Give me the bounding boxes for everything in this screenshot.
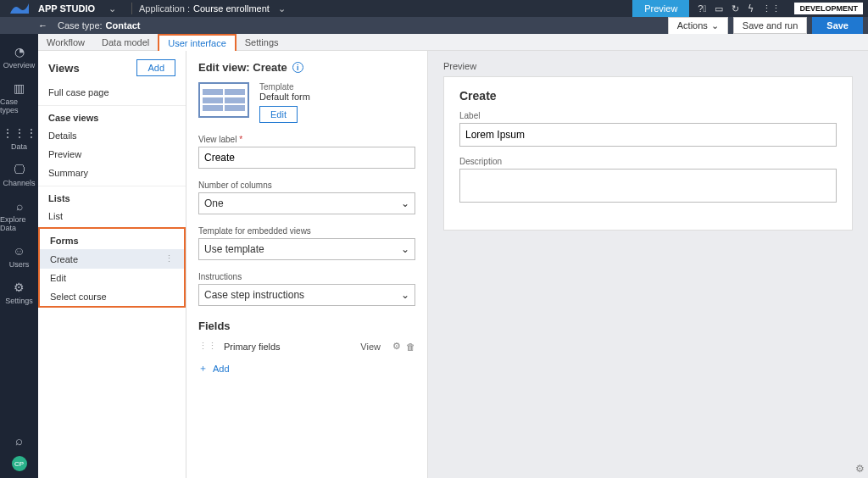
chevron-down-icon[interactable]: ⌄ bbox=[278, 3, 286, 14]
avatar[interactable]: CP bbox=[12, 456, 27, 471]
tab-workflow[interactable]: Workflow bbox=[38, 34, 93, 51]
item-label: Create bbox=[50, 254, 78, 264]
drag-handle-icon[interactable]: ⋮⋮ bbox=[198, 341, 217, 352]
refresh-icon[interactable]: ↻ bbox=[732, 3, 739, 14]
view-link[interactable]: View bbox=[360, 342, 381, 352]
preview-label-label: Label bbox=[459, 111, 837, 120]
preview-label-input[interactable] bbox=[459, 123, 837, 147]
bolt-icon[interactable]: ϟ bbox=[748, 3, 754, 14]
tpl-embedded-select[interactable]: Use template⌄ bbox=[198, 238, 415, 260]
application-label: Application : bbox=[139, 3, 190, 14]
select-value: Case step instructions bbox=[204, 289, 304, 301]
views-heading: Views bbox=[48, 62, 80, 75]
chevron-down-icon: ⌄ bbox=[401, 243, 409, 255]
preview-title: Preview bbox=[443, 61, 853, 71]
view-summary[interactable]: Summary bbox=[38, 164, 186, 182]
add-view-button[interactable]: Add bbox=[136, 59, 175, 76]
explore-data-icon: ⌕ bbox=[16, 199, 23, 213]
fields-heading: Fields bbox=[198, 320, 415, 332]
view-preview[interactable]: Preview bbox=[38, 145, 186, 164]
instructions-select[interactable]: Case step instructions⌄ bbox=[198, 284, 415, 306]
view-full-case-page[interactable]: Full case page bbox=[38, 83, 186, 102]
display-icon[interactable]: ▭ bbox=[715, 3, 723, 14]
environment-badge: DEVELOPMENT bbox=[794, 3, 863, 14]
rail-data[interactable]: ⋮⋮⋮Data bbox=[0, 120, 38, 157]
edit-view-title: Edit view: Create bbox=[198, 61, 287, 74]
view-label-label: View label * bbox=[198, 135, 415, 144]
form-select-course[interactable]: Select course bbox=[40, 287, 184, 306]
case-types-icon: ▥ bbox=[14, 81, 25, 95]
help-icon[interactable]: ?⃝ bbox=[698, 3, 706, 14]
left-rail: ◔Overview ▥Case types ⋮⋮⋮Data 🖵Channels … bbox=[0, 34, 38, 478]
tab-data-model[interactable]: Data model bbox=[93, 34, 158, 51]
preview-panel: Create Label Description bbox=[443, 76, 853, 231]
rail-users[interactable]: ☺Users bbox=[0, 238, 38, 275]
divider bbox=[131, 3, 132, 14]
preview-button[interactable]: Preview bbox=[632, 0, 689, 17]
rail-label: Case types bbox=[0, 97, 38, 114]
template-label: Template bbox=[259, 82, 310, 92]
back-icon[interactable]: ← bbox=[38, 20, 47, 31]
add-field-button[interactable]: ＋Add bbox=[198, 362, 230, 375]
plus-icon: ＋ bbox=[198, 362, 208, 375]
form-edit[interactable]: Edit bbox=[40, 269, 184, 287]
select-value: One bbox=[204, 197, 224, 209]
save-and-run-button[interactable]: Save and run bbox=[733, 17, 807, 34]
primary-fields-item[interactable]: Primary fields bbox=[224, 342, 360, 352]
preview-description-input[interactable] bbox=[459, 169, 837, 203]
rail-label: Data bbox=[11, 142, 27, 151]
form-create[interactable]: Create⋮ bbox=[40, 249, 184, 269]
rail-case-types[interactable]: ▥Case types bbox=[0, 75, 38, 120]
preview-description-label: Description bbox=[459, 157, 837, 166]
view-label-input[interactable] bbox=[198, 147, 415, 169]
gear-icon[interactable]: ⚙ bbox=[855, 463, 865, 475]
num-columns-select[interactable]: One⌄ bbox=[198, 192, 415, 214]
rail-label: Users bbox=[9, 260, 30, 269]
gear-icon[interactable]: ⚙ bbox=[392, 341, 401, 352]
more-icon[interactable]: ⋮ bbox=[164, 253, 174, 264]
actions-label: Actions bbox=[677, 20, 708, 31]
select-value: Use template bbox=[204, 243, 264, 255]
chevron-down-icon: ⌄ bbox=[401, 289, 409, 301]
app-studio-label: APP STUDIO bbox=[38, 3, 100, 14]
rail-label: Explore Data bbox=[0, 215, 38, 232]
chevron-down-icon[interactable]: ⌄ bbox=[108, 3, 116, 14]
edit-template-button[interactable]: Edit bbox=[259, 106, 298, 123]
trash-icon[interactable]: 🗑 bbox=[406, 342, 415, 352]
chevron-down-icon: ⌄ bbox=[401, 197, 409, 209]
preview-panel-title: Create bbox=[459, 89, 837, 103]
view-details[interactable]: Details bbox=[38, 126, 186, 145]
search-icon[interactable]: ⌕ bbox=[15, 425, 23, 456]
rail-label: Settings bbox=[5, 297, 33, 305]
template-preview[interactable] bbox=[198, 82, 249, 118]
tab-user-interface[interactable]: User interface bbox=[158, 34, 236, 51]
section-lists: Lists bbox=[38, 186, 186, 207]
section-case-views: Case views bbox=[38, 105, 186, 126]
tab-settings[interactable]: Settings bbox=[236, 34, 287, 51]
actions-button[interactable]: Actions⌄ bbox=[668, 17, 728, 35]
info-icon[interactable]: i bbox=[292, 62, 303, 73]
add-label: Add bbox=[213, 364, 230, 374]
case-type-label: Case type: bbox=[58, 20, 103, 31]
rail-overview[interactable]: ◔Overview bbox=[0, 39, 38, 75]
overview-icon: ◔ bbox=[14, 45, 25, 58]
case-type-name: Contact bbox=[106, 20, 141, 31]
rail-explore-data[interactable]: ⌕Explore Data bbox=[0, 193, 38, 238]
application-name[interactable]: Course enrollment bbox=[193, 3, 270, 14]
template-name: Default form bbox=[259, 92, 310, 102]
data-icon: ⋮⋮⋮ bbox=[2, 126, 37, 140]
settings-icon: ⚙ bbox=[14, 281, 25, 294]
section-forms: Forms bbox=[40, 229, 184, 249]
save-button[interactable]: Save bbox=[812, 17, 863, 34]
tpl-embedded-label: Template for embedded views bbox=[198, 226, 415, 236]
rail-settings[interactable]: ⚙Settings bbox=[0, 275, 38, 311]
rail-label: Overview bbox=[3, 61, 36, 69]
rail-label: Channels bbox=[3, 179, 35, 187]
rail-channels[interactable]: 🖵Channels bbox=[0, 157, 38, 193]
share-icon[interactable]: ⋮⋮ bbox=[762, 3, 781, 14]
channels-icon: 🖵 bbox=[14, 163, 25, 176]
chevron-down-icon: ⌄ bbox=[711, 20, 719, 31]
instructions-label: Instructions bbox=[198, 272, 415, 281]
view-list[interactable]: List bbox=[38, 207, 186, 225]
users-icon: ☺ bbox=[13, 244, 25, 258]
